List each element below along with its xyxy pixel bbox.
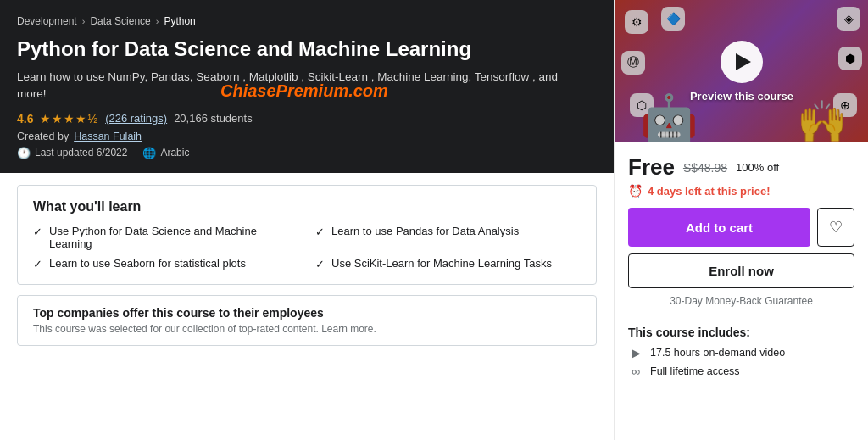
rating-count[interactable]: (226 ratings) bbox=[105, 112, 167, 125]
infinity-icon: ∞ bbox=[628, 365, 643, 378]
list-item: ✓ Learn to use Seaborn for statistical p… bbox=[33, 257, 298, 270]
meta-updated: 🕐 Last updated 6/2022 bbox=[17, 147, 127, 159]
preview-overlay[interactable]: Preview this course bbox=[615, 0, 868, 142]
globe-icon: 🌐 bbox=[142, 147, 156, 159]
includes-section: This course includes: ▶ 17.5 hours on-de… bbox=[615, 326, 868, 392]
body-section: What you'll learn ✓ Use Python for Data … bbox=[0, 173, 614, 358]
rating-row: 4.6 ★★★★½ (226 ratings) 20,166 students bbox=[17, 112, 597, 125]
rating-number: 4.6 bbox=[17, 112, 33, 125]
language: Arabic bbox=[160, 147, 189, 159]
check-icon-2: ✓ bbox=[33, 258, 42, 270]
check-icon-1: ✓ bbox=[33, 226, 42, 238]
breadcrumb: Development › Data Science › Python bbox=[17, 15, 597, 27]
clock-icon: 🕐 bbox=[17, 147, 31, 159]
heart-icon: ♡ bbox=[829, 218, 843, 237]
preview-label: Preview this course bbox=[690, 90, 793, 103]
creator-label: Created by bbox=[17, 131, 69, 142]
btn-row: Add to cart ♡ bbox=[628, 208, 854, 247]
companies-box: Top companies offer this course to their… bbox=[17, 295, 597, 346]
price-free: Free bbox=[628, 154, 675, 181]
check-icon-4: ✓ bbox=[315, 258, 325, 270]
companies-title: Top companies offer this course to their… bbox=[33, 306, 581, 320]
learn-item-4: Use SciKit-Learn for Machine Learning Ta… bbox=[331, 257, 552, 270]
star-icons: ★★★★½ bbox=[40, 112, 98, 125]
students-count: 20,166 students bbox=[174, 112, 253, 125]
timer-row: ⏰ 4 days left at this price! bbox=[628, 184, 854, 198]
breadcrumb-data-science[interactable]: Data Science bbox=[90, 15, 150, 27]
guarantee-text: 30-Day Money-Back Guarantee bbox=[628, 295, 854, 307]
learn-item-2: Learn to use Seaborn for statistical plo… bbox=[49, 257, 246, 270]
meta-language: 🌐 Arabic bbox=[142, 147, 189, 159]
enroll-now-button[interactable]: Enroll now bbox=[628, 253, 854, 288]
page-layout: Development › Data Science › Python Pyth… bbox=[0, 0, 868, 440]
play-icon bbox=[736, 53, 751, 70]
alarm-icon: ⏰ bbox=[628, 184, 643, 198]
check-icon-3: ✓ bbox=[315, 226, 325, 238]
creator-link[interactable]: Hassan Fulaih bbox=[74, 131, 142, 142]
price-original: S$48.98 bbox=[683, 161, 727, 175]
course-title: Python for Data Science and Machine Lear… bbox=[17, 36, 597, 62]
includes-title: This course includes: bbox=[628, 326, 854, 339]
learn-grid: ✓ Use Python for Data Science and Machin… bbox=[33, 225, 581, 270]
meta-row: 🕐 Last updated 6/2022 🌐 Arabic bbox=[17, 147, 597, 159]
course-preview[interactable]: ⚙ 🔷 Ⓜ ⬡ ◈ ⬢ ⊕ 🤖 🙌 Preview this course bbox=[615, 0, 868, 142]
sidebar: ⚙ 🔷 Ⓜ ⬡ ◈ ⬢ ⊕ 🤖 🙌 Preview this course Fr… bbox=[614, 0, 868, 440]
includes-access-text: Full lifetime access bbox=[650, 365, 740, 377]
price-row: Free S$48.98 100% off bbox=[628, 154, 854, 181]
breadcrumb-python: Python bbox=[164, 15, 195, 27]
pricing-section: Free S$48.98 100% off ⏰ 4 days left at t… bbox=[615, 142, 868, 326]
price-discount: 100% off bbox=[736, 161, 779, 174]
includes-item-access: ∞ Full lifetime access bbox=[628, 365, 854, 378]
list-item: ✓ Learn to use Pandas for Data Analysis bbox=[315, 225, 581, 250]
learn-item-1: Use Python for Data Science and Machine … bbox=[49, 225, 298, 250]
breadcrumb-development[interactable]: Development bbox=[17, 15, 77, 27]
creator-row: Created by Hassan Fulaih bbox=[17, 131, 597, 142]
timer-text: 4 days left at this price! bbox=[648, 185, 771, 198]
wishlist-button[interactable]: ♡ bbox=[817, 208, 854, 247]
learn-box-title: What you'll learn bbox=[33, 199, 581, 214]
video-icon: ▶ bbox=[628, 346, 643, 359]
learn-box: What you'll learn ✓ Use Python for Data … bbox=[17, 185, 597, 285]
companies-subtitle: This course was selected for our collect… bbox=[33, 323, 581, 335]
last-updated: Last updated 6/2022 bbox=[35, 147, 127, 159]
includes-item-video: ▶ 17.5 hours on-demand video bbox=[628, 346, 854, 359]
breadcrumb-sep-2: › bbox=[156, 16, 159, 26]
watermark: ChiasePremium.com bbox=[220, 81, 388, 101]
breadcrumb-sep-1: › bbox=[82, 16, 86, 26]
add-to-cart-button[interactable]: Add to cart bbox=[628, 208, 810, 247]
list-item: ✓ Use Python for Data Science and Machin… bbox=[33, 225, 298, 250]
hero-section: Development › Data Science › Python Pyth… bbox=[0, 0, 614, 173]
includes-video-text: 17.5 hours on-demand video bbox=[650, 347, 785, 359]
play-button[interactable] bbox=[721, 41, 763, 83]
learn-item-3: Learn to use Pandas for Data Analysis bbox=[331, 225, 519, 237]
list-item: ✓ Use SciKit-Learn for Machine Learning … bbox=[315, 257, 581, 270]
main-content: Development › Data Science › Python Pyth… bbox=[0, 0, 614, 440]
